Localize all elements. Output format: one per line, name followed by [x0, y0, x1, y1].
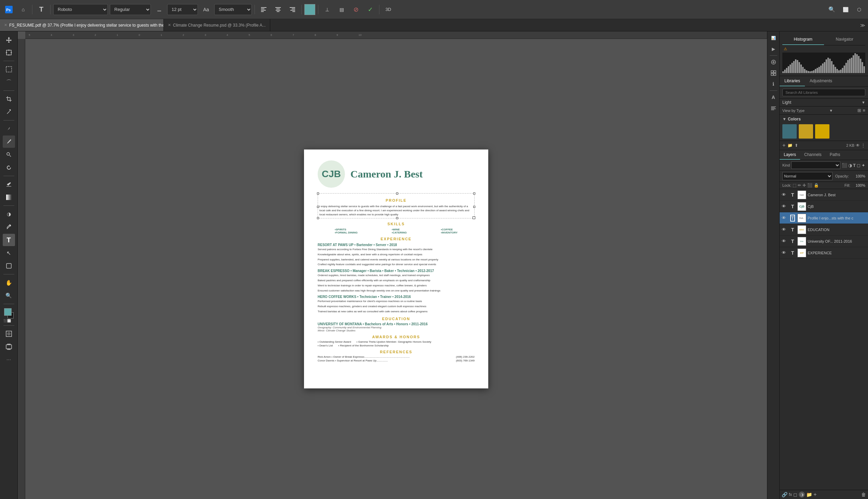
profile-section[interactable]: PROFILE I enjoy delivering stellar servi…	[318, 193, 475, 218]
more-tools-button[interactable]: ···	[3, 354, 15, 366]
align-right-button[interactable]	[286, 3, 299, 16]
lib-folder-icon[interactable]: 📁	[788, 143, 793, 148]
filter-smart-icon[interactable]: ✦	[861, 163, 865, 168]
colors-expand-arrow[interactable]: ▼	[782, 117, 786, 122]
zoom-tool[interactable]: 🔍	[3, 290, 15, 302]
filter-pixel-icon[interactable]: ⬛	[842, 163, 847, 168]
lib-search-input[interactable]	[782, 89, 865, 96]
lasso-tool[interactable]: ⌒	[3, 76, 15, 88]
layer-visibility-1[interactable]: 👁	[782, 192, 788, 197]
tab-layers[interactable]: Layers	[780, 150, 800, 160]
eyedropper-tool[interactable]	[3, 106, 15, 118]
crop-tool[interactable]	[3, 93, 15, 105]
hand-tool[interactable]: ✋	[3, 277, 15, 289]
antialiasing-select[interactable]: Smooth	[214, 4, 252, 15]
tab-navigator[interactable]: Navigator	[824, 34, 866, 45]
lock-position-icon[interactable]: ✛	[803, 183, 806, 188]
character-panel-icon[interactable]: ▤	[335, 3, 348, 16]
lib-eye-icon[interactable]: 👁	[856, 143, 860, 148]
layer-link-button[interactable]: 🔗	[782, 492, 788, 497]
font-family-select[interactable]: Roboto	[53, 4, 108, 15]
ps-icon[interactable]: Ps	[3, 3, 15, 16]
gradient-tool[interactable]	[3, 191, 15, 204]
fg-bg-colors[interactable]: ⬛⬜	[3, 306, 15, 323]
filter-type-icon[interactable]: T	[853, 163, 856, 168]
lock-transparent-icon[interactable]: ⬚	[793, 183, 796, 188]
layer-visibility-4[interactable]: 👁	[782, 227, 788, 232]
lib-more-icon[interactable]: ⋮	[861, 143, 865, 148]
workspace-icon[interactable]: ⬜	[839, 3, 852, 16]
layer-add-button[interactable]: +	[814, 491, 817, 498]
layer-mask-button[interactable]: ◻	[793, 492, 797, 497]
text-tool-icon[interactable]: T	[35, 3, 47, 16]
clone-stamp-tool[interactable]	[3, 148, 15, 161]
text-color-swatch[interactable]	[304, 4, 315, 15]
lib-add-button[interactable]: +	[782, 142, 785, 148]
filter-adjust-icon[interactable]: ◑	[848, 163, 852, 168]
blend-mode-select[interactable]: Normal	[782, 172, 832, 180]
layer-item[interactable]: 👁 T EXP EXPERIENCE	[780, 247, 868, 259]
move-tool[interactable]	[3, 34, 15, 46]
quick-mask-button[interactable]	[3, 328, 15, 340]
lib-dropdown[interactable]: Light ▼	[780, 99, 868, 107]
tab-channels[interactable]: Channels	[800, 150, 826, 160]
list-view-icon[interactable]: ≡	[863, 108, 865, 113]
color-swatch-1[interactable]	[782, 124, 797, 138]
path-selection-tool[interactable]: ↖	[3, 247, 15, 259]
align-center-button[interactable]	[272, 3, 284, 16]
arrange-icon[interactable]: ⬡	[853, 3, 865, 16]
tab-close-2[interactable]: ✕	[168, 23, 171, 27]
layer-item[interactable]: 👁 T CjB CjB	[780, 201, 868, 212]
layer-visibility-2[interactable]: 👁	[782, 204, 788, 209]
dodge-tool[interactable]: ◑	[3, 208, 15, 220]
lib-upload-icon[interactable]: ⬆	[795, 143, 798, 148]
layers-kind-select[interactable]	[791, 161, 840, 169]
grid-view-icon[interactable]: ⊞	[857, 108, 861, 113]
filter-shape-icon[interactable]: ◻	[857, 163, 860, 168]
layer-group-button[interactable]: 📁	[806, 492, 812, 497]
layer-item[interactable]: 👁 T Cam Cameron J. Best	[780, 189, 868, 201]
layer-adjustment-button[interactable]: ◑	[799, 491, 805, 498]
play-icon[interactable]: ▶	[768, 44, 779, 54]
artboard-tool[interactable]	[3, 46, 15, 59]
lock-artboard-icon[interactable]: ⬛	[807, 183, 813, 188]
type-tool[interactable]: T	[3, 234, 15, 246]
layer-visibility-5[interactable]: 👁	[782, 239, 788, 244]
cancel-icon[interactable]: ⊘	[350, 3, 362, 16]
libraries-icon[interactable]	[768, 68, 779, 78]
tab-libraries[interactable]: Libraries	[780, 76, 805, 86]
shape-tool[interactable]	[3, 260, 15, 272]
info-icon[interactable]: ℹ	[768, 79, 779, 89]
lock-all-icon[interactable]: 🔒	[814, 183, 819, 188]
tabbar-collapse-button[interactable]: ≫	[857, 19, 868, 31]
healing-brush-tool[interactable]	[3, 123, 15, 135]
layer-delete-button[interactable]: 🗑	[861, 492, 866, 497]
brush-tool[interactable]	[3, 135, 15, 148]
tab-close-1[interactable]: ✕	[4, 23, 7, 27]
tab-fs-resume[interactable]: ✕ FS_RESUME.pdf @ 37.7% (Profile I enjoy…	[0, 19, 164, 31]
font-style-select[interactable]: Regular	[110, 4, 151, 15]
paragraph-icon[interactable]	[768, 103, 779, 113]
layer-style-button[interactable]: fx	[789, 492, 792, 497]
screen-mode-button[interactable]	[3, 341, 15, 353]
align-left-button[interactable]	[258, 3, 270, 16]
document-page[interactable]: CJB Cameron J. Best PROFILE I enjoy deli…	[304, 149, 488, 388]
tab-adjustments[interactable]: Adjustments	[805, 76, 837, 86]
search-icon[interactable]: 🔍	[826, 3, 838, 16]
home-icon[interactable]: ⌂	[17, 3, 29, 16]
color-swatch-2[interactable]	[799, 124, 813, 138]
chevron-down-icon[interactable]: ▼	[829, 109, 833, 113]
character-icon[interactable]: A	[768, 92, 779, 102]
layer-item[interactable]: 👁 T EDUC EDUCATION	[780, 224, 868, 235]
3d-button[interactable]: 3D	[382, 3, 394, 16]
layer-visibility-3[interactable]: 👁	[782, 215, 788, 220]
tab-climate[interactable]: ✕ Climate Change Resume.psd @ 33.3% (Pro…	[164, 19, 270, 31]
layer-visibility-6[interactable]: 👁	[782, 250, 788, 255]
tab-paths[interactable]: Paths	[826, 150, 844, 160]
histogram-icon[interactable]: 📊	[768, 33, 779, 43]
eraser-tool[interactable]	[3, 178, 15, 191]
tab-histogram[interactable]: Histogram	[782, 34, 824, 45]
baseline-shift-icon[interactable]: ⊥	[321, 3, 333, 16]
layer-item[interactable]: 👁 T Profi... Profile I enjo...sts with t…	[780, 212, 868, 224]
pen-tool[interactable]	[3, 221, 15, 233]
